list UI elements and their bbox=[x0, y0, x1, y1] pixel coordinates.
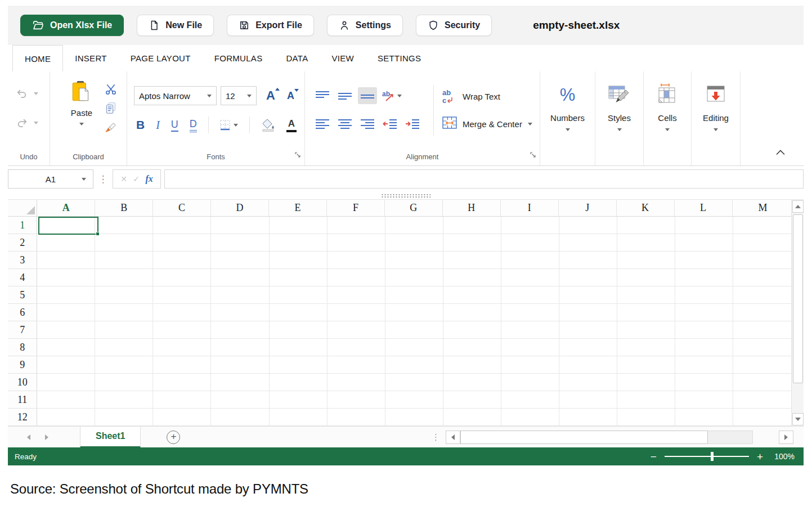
column-header-C[interactable]: C bbox=[153, 200, 211, 217]
cell-H11[interactable] bbox=[443, 391, 501, 409]
scroll-down-button[interactable] bbox=[792, 413, 804, 425]
cell-J1[interactable] bbox=[559, 217, 617, 234]
cell-K5[interactable] bbox=[617, 286, 675, 304]
cell-F9[interactable] bbox=[328, 356, 385, 374]
cell-K4[interactable] bbox=[617, 269, 675, 286]
cell-J5[interactable] bbox=[559, 286, 617, 304]
cell-I1[interactable] bbox=[501, 217, 559, 234]
align-middle-button[interactable] bbox=[335, 87, 355, 104]
cell-B2[interactable] bbox=[95, 234, 153, 252]
cell-E3[interactable] bbox=[270, 252, 328, 269]
italic-button[interactable]: I bbox=[156, 119, 160, 132]
horizontal-scrollbar[interactable] bbox=[446, 431, 804, 444]
cell-A7[interactable] bbox=[37, 321, 95, 339]
cell-M12[interactable] bbox=[733, 409, 791, 426]
paste-button[interactable]: Paste bbox=[66, 80, 97, 128]
cell-H8[interactable] bbox=[443, 339, 501, 356]
export-file-button[interactable]: Export File bbox=[227, 15, 314, 36]
cell-B1[interactable] bbox=[95, 217, 153, 234]
cell-J6[interactable] bbox=[559, 304, 617, 321]
cell-H1[interactable] bbox=[443, 217, 501, 234]
cell-H7[interactable] bbox=[443, 321, 501, 339]
row-header-11[interactable]: 11 bbox=[8, 391, 37, 409]
cell-K9[interactable] bbox=[617, 356, 675, 374]
format-painter-icon[interactable] bbox=[104, 121, 118, 133]
next-sheet-icon[interactable] bbox=[45, 434, 48, 440]
cell-D5[interactable] bbox=[211, 286, 269, 304]
cell-C3[interactable] bbox=[153, 252, 211, 269]
cell-M3[interactable] bbox=[733, 252, 791, 269]
cell-A5[interactable] bbox=[37, 286, 95, 304]
cell-B10[interactable] bbox=[95, 374, 153, 391]
cell-M7[interactable] bbox=[733, 321, 791, 339]
cell-H5[interactable] bbox=[443, 286, 501, 304]
cell-G8[interactable] bbox=[385, 339, 443, 356]
cell-I10[interactable] bbox=[501, 374, 559, 391]
cell-A1[interactable] bbox=[37, 217, 95, 234]
column-header-E[interactable]: E bbox=[269, 200, 327, 217]
cell-A6[interactable] bbox=[37, 304, 95, 321]
column-header-D[interactable]: D bbox=[211, 200, 269, 217]
styles-dropdown-caret[interactable] bbox=[617, 128, 622, 131]
cell-M6[interactable] bbox=[733, 304, 791, 321]
cell-K11[interactable] bbox=[617, 391, 675, 409]
cell-B7[interactable] bbox=[95, 321, 153, 339]
fonts-dialog-launcher-icon[interactable] bbox=[294, 150, 301, 160]
cell-H6[interactable] bbox=[443, 304, 501, 321]
cell-I12[interactable] bbox=[501, 409, 559, 426]
cell-M5[interactable] bbox=[733, 286, 791, 304]
tab-insert[interactable]: INSERT bbox=[63, 45, 119, 71]
styles-group[interactable]: Styles bbox=[595, 71, 644, 165]
cell-E7[interactable] bbox=[270, 321, 328, 339]
cell-K3[interactable] bbox=[617, 252, 675, 269]
cut-icon[interactable] bbox=[104, 84, 118, 95]
double-underline-button[interactable]: D bbox=[190, 118, 197, 132]
cell-K12[interactable] bbox=[617, 409, 675, 426]
cell-B6[interactable] bbox=[95, 304, 153, 321]
cell-K7[interactable] bbox=[617, 321, 675, 339]
align-left-button[interactable] bbox=[313, 115, 332, 132]
column-header-G[interactable]: G bbox=[385, 200, 443, 217]
cell-J8[interactable] bbox=[559, 339, 617, 356]
row-header-4[interactable]: 4 bbox=[8, 269, 37, 286]
cell-F12[interactable] bbox=[328, 409, 385, 426]
formula-input[interactable] bbox=[164, 169, 804, 189]
cell-C6[interactable] bbox=[153, 304, 211, 321]
wrap-text-button[interactable]: ab c Wrap Text bbox=[442, 88, 500, 105]
cell-B3[interactable] bbox=[95, 252, 153, 269]
select-all-button[interactable] bbox=[8, 200, 37, 217]
cell-G12[interactable] bbox=[385, 409, 443, 426]
copy-icon[interactable] bbox=[104, 102, 118, 114]
align-top-button[interactable] bbox=[313, 87, 332, 104]
cell-L5[interactable] bbox=[675, 286, 733, 304]
cell-E1[interactable] bbox=[270, 217, 328, 234]
cell-F11[interactable] bbox=[328, 391, 385, 409]
column-header-J[interactable]: J bbox=[559, 200, 617, 217]
row-header-5[interactable]: 5 bbox=[8, 286, 37, 304]
sheet-tab-sheet1[interactable]: Sheet1 bbox=[80, 427, 141, 448]
borders-button[interactable] bbox=[220, 120, 238, 131]
row-header-10[interactable]: 10 bbox=[8, 374, 37, 391]
previous-sheet-icon[interactable] bbox=[27, 434, 30, 440]
column-header-L[interactable]: L bbox=[675, 200, 733, 217]
row-header-1[interactable]: 1 bbox=[8, 217, 37, 234]
numbers-dropdown-caret[interactable] bbox=[566, 128, 570, 131]
bold-button[interactable]: B bbox=[136, 118, 145, 132]
cell-K6[interactable] bbox=[617, 304, 675, 321]
cell-D7[interactable] bbox=[211, 321, 269, 339]
tab-settings[interactable]: SETTINGS bbox=[366, 45, 433, 71]
cell-E12[interactable] bbox=[270, 409, 328, 426]
align-right-button[interactable] bbox=[358, 115, 377, 132]
cell-F2[interactable] bbox=[328, 234, 385, 252]
scrollbar-grip-icon[interactable]: ⋮ bbox=[432, 432, 440, 442]
redo-icon[interactable] bbox=[16, 118, 28, 128]
row-header-8[interactable]: 8 bbox=[8, 339, 37, 356]
cell-C10[interactable] bbox=[153, 374, 211, 391]
row-header-9[interactable]: 9 bbox=[8, 356, 37, 374]
decrease-indent-button[interactable] bbox=[380, 115, 400, 132]
cell-D1[interactable] bbox=[211, 217, 269, 234]
zoom-slider[interactable] bbox=[665, 456, 749, 457]
cell-C9[interactable] bbox=[153, 356, 211, 374]
merge-center-button[interactable]: Merge & Center bbox=[442, 116, 532, 131]
horizontal-scroll-track[interactable] bbox=[460, 431, 753, 444]
